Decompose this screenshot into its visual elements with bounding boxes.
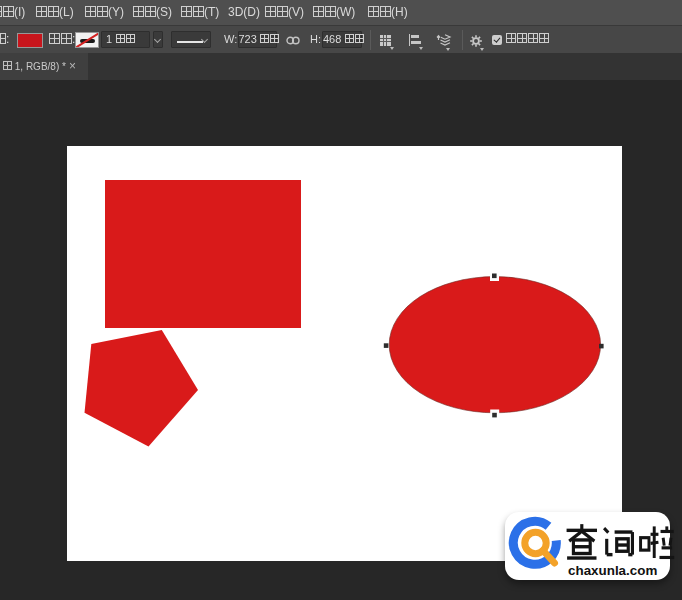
svg-text:chaxunla.com: chaxunla.com xyxy=(568,563,657,578)
